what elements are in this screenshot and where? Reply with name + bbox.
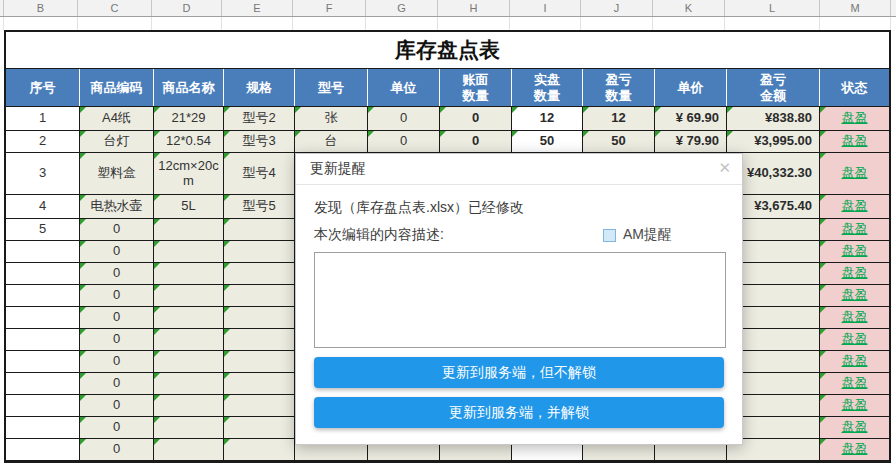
- table-cell[interactable]: [6, 417, 80, 438]
- table-cell[interactable]: [224, 395, 295, 416]
- blank-cell[interactable]: [438, 17, 510, 30]
- table-cell[interactable]: 0: [368, 107, 440, 130]
- table-cell[interactable]: 盘盈: [820, 373, 889, 394]
- status-badge[interactable]: 盘盈: [842, 134, 868, 149]
- table-cell[interactable]: 型号3: [224, 131, 295, 152]
- header-cell[interactable]: 账面 数量: [440, 69, 512, 106]
- table-cell[interactable]: A4纸: [80, 107, 154, 130]
- table-cell[interactable]: 盘盈: [820, 195, 889, 218]
- blank-cell[interactable]: [820, 17, 891, 30]
- table-cell[interactable]: 张: [295, 107, 368, 130]
- blank-cell[interactable]: [4, 17, 78, 30]
- table-cell[interactable]: ¥838.80: [727, 107, 820, 130]
- update-unlock-button[interactable]: 更新到服务端，并解锁: [314, 397, 724, 428]
- header-cell[interactable]: 商品名称: [154, 69, 224, 106]
- blank-cell[interactable]: [581, 17, 653, 30]
- column-letter-C[interactable]: C: [78, 0, 152, 16]
- table-cell[interactable]: 0: [80, 263, 154, 284]
- table-cell[interactable]: 1: [6, 107, 80, 130]
- table-cell[interactable]: ¥ 79.90: [655, 131, 727, 152]
- table-cell[interactable]: [154, 241, 224, 262]
- table-cell[interactable]: 型号5: [224, 195, 295, 218]
- table-cell[interactable]: [154, 373, 224, 394]
- table-cell[interactable]: [224, 307, 295, 328]
- table-cell[interactable]: 12: [512, 107, 583, 130]
- status-badge[interactable]: 盘盈: [842, 310, 868, 325]
- blank-cell[interactable]: [293, 17, 366, 30]
- table-cell[interactable]: [6, 329, 80, 350]
- table-cell[interactable]: 盘盈: [820, 219, 889, 240]
- table-cell[interactable]: 盘盈: [820, 153, 889, 194]
- table-cell[interactable]: [6, 395, 80, 416]
- table-cell[interactable]: 50: [583, 131, 655, 152]
- table-cell[interactable]: [154, 219, 224, 240]
- column-letter-G[interactable]: G: [366, 0, 438, 16]
- table-cell[interactable]: [224, 285, 295, 306]
- table-cell[interactable]: [6, 263, 80, 284]
- table-cell[interactable]: 50: [512, 131, 583, 152]
- am-reminder-option[interactable]: AM提醒: [603, 226, 672, 244]
- status-badge[interactable]: 盘盈: [842, 420, 868, 435]
- table-cell[interactable]: [224, 329, 295, 350]
- table-cell[interactable]: [224, 241, 295, 262]
- column-letter-I[interactable]: I: [510, 0, 581, 16]
- table-cell[interactable]: [6, 241, 80, 262]
- status-badge[interactable]: 盘盈: [842, 199, 868, 214]
- table-cell[interactable]: [154, 329, 224, 350]
- column-letter-E[interactable]: E: [222, 0, 293, 16]
- table-cell[interactable]: 盘盈: [820, 439, 889, 460]
- status-badge[interactable]: 盘盈: [842, 398, 868, 413]
- table-cell[interactable]: 台灯: [80, 131, 154, 152]
- table-cell[interactable]: 0: [80, 219, 154, 240]
- table-cell[interactable]: [224, 219, 295, 240]
- status-badge[interactable]: 盘盈: [842, 376, 868, 391]
- blank-cell[interactable]: [78, 17, 152, 30]
- table-cell[interactable]: [154, 351, 224, 372]
- blank-cell[interactable]: [510, 17, 581, 30]
- column-letter-D[interactable]: D: [152, 0, 222, 16]
- table-cell[interactable]: [224, 263, 295, 284]
- table-cell[interactable]: ¥3,995.00: [727, 131, 820, 152]
- table-cell[interactable]: [6, 351, 80, 372]
- table-cell[interactable]: 盘盈: [820, 417, 889, 438]
- table-cell[interactable]: 盘盈: [820, 351, 889, 372]
- status-badge[interactable]: 盘盈: [842, 222, 868, 237]
- header-cell[interactable]: 盈亏 金额: [727, 69, 820, 106]
- close-icon[interactable]: ✕: [718, 160, 731, 175]
- update-keep-lock-button[interactable]: 更新到服务端，但不解锁: [314, 357, 724, 388]
- header-cell[interactable]: 商品编码: [80, 69, 154, 106]
- blank-cell[interactable]: [366, 17, 438, 30]
- table-cell[interactable]: 0: [80, 285, 154, 306]
- table-cell[interactable]: 0: [80, 417, 154, 438]
- table-cell[interactable]: 12: [583, 107, 655, 130]
- column-letter-B[interactable]: B: [4, 0, 78, 16]
- table-cell[interactable]: 0: [80, 329, 154, 350]
- table-cell[interactable]: 12cm×20cm: [154, 153, 224, 194]
- table-cell[interactable]: [6, 439, 80, 460]
- table-cell[interactable]: 盘盈: [820, 241, 889, 262]
- table-cell[interactable]: [224, 351, 295, 372]
- table-cell[interactable]: 0: [80, 439, 154, 460]
- header-cell[interactable]: 型号: [295, 69, 368, 106]
- header-cell[interactable]: 状态: [820, 69, 889, 106]
- status-badge[interactable]: 盘盈: [842, 111, 868, 126]
- status-badge[interactable]: 盘盈: [842, 244, 868, 259]
- table-cell[interactable]: [224, 373, 295, 394]
- status-badge[interactable]: 盘盈: [842, 332, 868, 347]
- table-cell[interactable]: 5L: [154, 195, 224, 218]
- table-cell[interactable]: 台: [295, 131, 368, 152]
- table-cell[interactable]: [154, 263, 224, 284]
- table-cell[interactable]: 4: [6, 195, 80, 218]
- table-cell[interactable]: 电热水壶: [80, 195, 154, 218]
- table-cell[interactable]: 21*29: [154, 107, 224, 130]
- table-cell[interactable]: 3: [6, 153, 80, 194]
- table-cell[interactable]: ¥ 69.90: [655, 107, 727, 130]
- table-cell[interactable]: [6, 285, 80, 306]
- table-cell[interactable]: 型号4: [224, 153, 295, 194]
- table-cell[interactable]: [154, 417, 224, 438]
- table-cell[interactable]: 塑料盒: [80, 153, 154, 194]
- status-badge[interactable]: 盘盈: [842, 442, 868, 457]
- status-badge[interactable]: 盘盈: [842, 166, 868, 181]
- table-title-cell[interactable]: 库存盘点表: [6, 32, 889, 69]
- table-cell[interactable]: 0: [80, 307, 154, 328]
